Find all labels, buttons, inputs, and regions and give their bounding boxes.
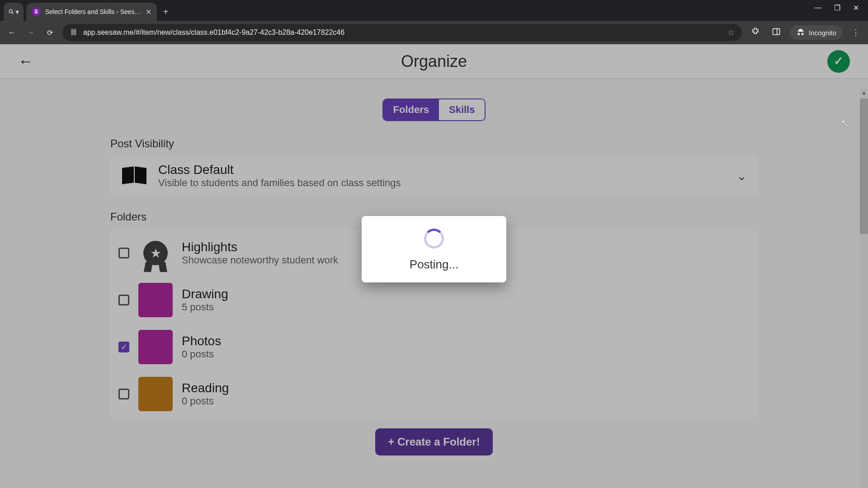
- browser-menu-icon[interactable]: ⋮: [849, 28, 863, 38]
- url-text: app.seesaw.me/#/item/new/class/class.e01…: [83, 28, 722, 37]
- svg-line-1: [12, 12, 13, 14]
- maximize-icon[interactable]: ❐: [834, 4, 840, 12]
- minimize-icon[interactable]: —: [814, 4, 821, 12]
- tab-close-icon[interactable]: ✕: [146, 8, 151, 16]
- site-info-icon[interactable]: [70, 28, 78, 38]
- posting-modal: Posting...: [362, 216, 506, 282]
- bookmark-star-icon[interactable]: ☆: [727, 28, 735, 38]
- svg-rect-2: [72, 29, 76, 31]
- new-tab-button[interactable]: +: [157, 7, 175, 17]
- browser-tab[interactable]: S Select Folders and Skills - Sees… ✕: [26, 3, 157, 21]
- app-viewport: ← Organize ✓ Folders Skills Post Visibil…: [0, 44, 868, 488]
- tab-search-button[interactable]: ▾: [4, 3, 24, 21]
- tab-title: Select Folders and Skills - Sees…: [45, 8, 141, 15]
- tab-favicon: S: [32, 7, 41, 16]
- forward-nav-icon: →: [24, 28, 37, 37]
- svg-rect-5: [773, 28, 780, 34]
- window-controls: — ❐ ✕: [814, 0, 868, 21]
- reload-icon[interactable]: ⟳: [43, 28, 56, 37]
- incognito-label: Incognito: [809, 29, 836, 37]
- svg-rect-4: [72, 33, 76, 35]
- incognito-indicator[interactable]: Incognito: [790, 25, 843, 40]
- close-window-icon[interactable]: ✕: [853, 4, 859, 12]
- modal-text: Posting...: [371, 258, 497, 272]
- back-nav-icon[interactable]: ←: [5, 28, 18, 37]
- spinner-icon: [424, 229, 444, 249]
- svg-rect-3: [72, 31, 76, 33]
- svg-point-0: [9, 9, 12, 13]
- url-input[interactable]: app.seesaw.me/#/item/new/class/class.e01…: [62, 24, 742, 41]
- extensions-icon[interactable]: [748, 27, 763, 38]
- browser-tab-strip: ▾ S Select Folders and Skills - Sees… ✕ …: [0, 0, 868, 21]
- side-panel-icon[interactable]: [769, 27, 783, 38]
- address-bar: ← → ⟳ app.seesaw.me/#/item/new/class/cla…: [0, 21, 868, 44]
